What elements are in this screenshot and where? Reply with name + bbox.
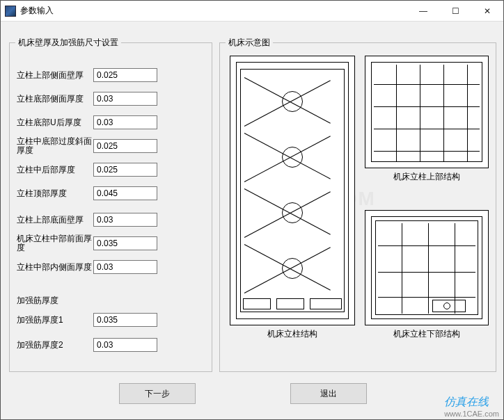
watermark: 仿真在线 www.1CAE.com	[444, 395, 499, 418]
wall-thickness-legend: 机床壁厚及加强筋尺寸设置	[15, 37, 121, 49]
rib-subheader: 加强筋厚度	[17, 295, 58, 307]
field-row: 立柱上部底面壁厚	[17, 210, 205, 229]
field-label: 立柱中后部厚度	[17, 165, 93, 175]
field-row: 立柱顶部厚度	[17, 184, 205, 203]
field-label: 立柱上部侧面壁厚	[17, 71, 93, 80]
field-input-2[interactable]	[93, 115, 157, 129]
field-label: 加强筋厚度2	[17, 341, 93, 350]
field-input-4[interactable]	[93, 163, 157, 177]
diagram-top-caption: 机床立柱上部结构	[365, 171, 489, 183]
watermark-url: www.1CAE.com	[444, 410, 499, 418]
window-title: 参数输入	[20, 5, 54, 17]
field-input-6[interactable]	[93, 213, 157, 227]
field-label: 加强筋厚度1	[17, 316, 93, 325]
diagram-top	[365, 56, 489, 168]
diagram-legend: 机床示意图	[226, 37, 273, 49]
field-label: 立柱底部U后厚度	[17, 118, 93, 127]
field-row: 立柱中部内侧面厚度	[17, 257, 205, 277]
rib-input-1[interactable]	[93, 338, 157, 352]
field-row: 机床立柱中部前面厚度	[17, 234, 205, 253]
app-icon	[5, 6, 16, 17]
field-input-1[interactable]	[93, 92, 157, 106]
rib-input-0[interactable]	[93, 313, 157, 327]
client-area: 机床壁厚及加强筋尺寸设置 立柱上部侧面壁厚 立柱底部侧面厚度 立柱底部U后厚度 …	[1, 22, 503, 419]
field-label: 机床立柱中部前面厚度	[17, 234, 93, 252]
field-label: 立柱底部侧面厚度	[17, 95, 93, 104]
field-row: 立柱上部侧面壁厚	[17, 65, 205, 85]
field-row: 加强筋厚度1	[17, 310, 205, 330]
field-row: 立柱中后部厚度	[17, 160, 205, 179]
next-button[interactable]: 下一步	[119, 383, 196, 404]
titlebar: 参数输入 — ☐ ✕	[1, 1, 503, 22]
maximize-button[interactable]: ☐	[439, 1, 471, 22]
field-label: 立柱中底部过度斜面厚度	[17, 137, 93, 155]
diagram-group: 机床示意图 1CAE.COM 机床立柱结构	[219, 37, 496, 372]
close-button[interactable]: ✕	[471, 1, 503, 22]
wall-thickness-group: 机床壁厚及加强筋尺寸设置 立柱上部侧面壁厚 立柱底部侧面厚度 立柱底部U后厚度 …	[9, 37, 212, 372]
field-row: 立柱中底部过度斜面厚度	[17, 136, 205, 156]
watermark-brand: 仿真在线	[444, 396, 489, 407]
field-row: 立柱底部侧面厚度	[17, 89, 205, 108]
diagram-bottom	[365, 210, 489, 325]
field-input-0[interactable]	[93, 68, 157, 82]
field-row: 立柱底部U后厚度	[17, 113, 205, 132]
diagram-bottom-caption: 机床立柱下部结构	[365, 328, 489, 340]
field-input-8[interactable]	[93, 260, 157, 274]
exit-button[interactable]: 退出	[290, 383, 367, 404]
field-row: 加强筋厚度2	[17, 335, 205, 355]
field-input-3[interactable]	[93, 139, 157, 153]
diagram-main	[230, 56, 355, 325]
field-label: 立柱顶部厚度	[17, 189, 93, 198]
field-label: 立柱上部底面壁厚	[17, 216, 93, 225]
field-input-7[interactable]	[93, 236, 157, 250]
field-input-5[interactable]	[93, 186, 157, 200]
minimize-button[interactable]: —	[407, 1, 439, 22]
field-label: 立柱中部内侧面厚度	[17, 263, 93, 272]
diagram-main-caption: 机床立柱结构	[230, 328, 355, 340]
